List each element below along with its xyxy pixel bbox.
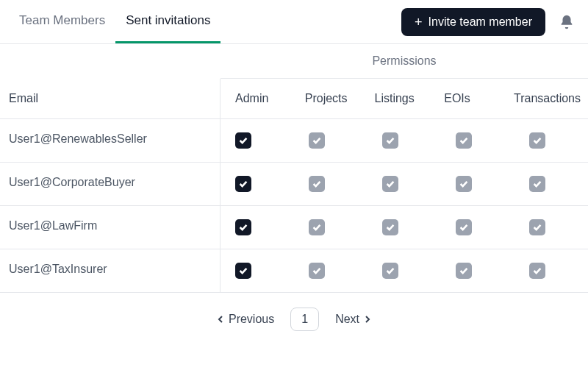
plus-icon: + <box>415 15 423 29</box>
tab-team-members-label: Team Members <box>19 13 105 28</box>
table-header: Email Admin Projects Listings EOIs Trans… <box>0 79 588 119</box>
checkbox-transactions[interactable] <box>529 132 545 149</box>
tab-sent-invitations-label: Sent invitations <box>126 13 210 28</box>
page-number[interactable]: 1 <box>290 308 319 331</box>
previous-label: Previous <box>229 313 274 326</box>
cell-email: User1@LawFirm <box>0 206 220 249</box>
checkbox-admin[interactable] <box>235 176 251 192</box>
tab-team-members[interactable]: Team Members <box>9 0 115 43</box>
permissions-section-label: Permissions <box>220 44 588 79</box>
checkbox-admin[interactable] <box>235 219 251 235</box>
pagination: Previous 1 Next <box>0 293 588 346</box>
column-email: Email <box>0 79 220 118</box>
cell-email: User1@RenewablesSeller <box>0 119 220 162</box>
invite-button-label: Invite team member <box>429 15 532 29</box>
column-admin: Admin <box>220 79 290 118</box>
invite-team-member-button[interactable]: + Invite team member <box>401 8 545 36</box>
checkbox-listings[interactable] <box>382 219 398 235</box>
chevron-left-icon <box>217 316 224 323</box>
checkbox-admin[interactable] <box>235 263 251 279</box>
checkbox-eois[interactable] <box>456 263 472 279</box>
next-button[interactable]: Next <box>335 313 371 326</box>
tabs-container: Team Members Sent invitations <box>9 0 220 43</box>
checkbox-eois[interactable] <box>456 132 472 149</box>
cell-email: User1@TaxInsurer <box>0 249 220 292</box>
bell-icon[interactable] <box>559 14 575 30</box>
tab-sent-invitations[interactable]: Sent invitations <box>115 0 220 43</box>
checkbox-listings[interactable] <box>382 263 398 279</box>
checkbox-admin[interactable] <box>235 132 251 149</box>
column-eois: EOIs <box>429 79 499 118</box>
checkbox-eois[interactable] <box>456 219 472 235</box>
table-row: User1@RenewablesSeller <box>0 119 588 163</box>
table-row: User1@CorporateBuyer <box>0 163 588 206</box>
checkbox-transactions[interactable] <box>529 219 545 235</box>
previous-button[interactable]: Previous <box>217 313 274 326</box>
checkbox-transactions[interactable] <box>529 263 545 279</box>
checkbox-projects[interactable] <box>309 219 325 235</box>
cell-email: User1@CorporateBuyer <box>0 163 220 205</box>
column-listings: Listings <box>360 79 430 118</box>
column-projects: Projects <box>290 79 360 118</box>
table-row: User1@LawFirm <box>0 206 588 249</box>
chevron-right-icon <box>364 316 371 323</box>
next-label: Next <box>335 313 359 326</box>
checkbox-projects[interactable] <box>309 263 325 279</box>
invitations-table: Email Admin Projects Listings EOIs Trans… <box>0 79 588 293</box>
checkbox-projects[interactable] <box>309 132 325 149</box>
column-transactions: Transactions <box>499 79 588 118</box>
checkbox-projects[interactable] <box>309 176 325 192</box>
checkbox-eois[interactable] <box>456 176 472 192</box>
checkbox-transactions[interactable] <box>529 176 545 192</box>
checkbox-listings[interactable] <box>382 176 398 192</box>
checkbox-listings[interactable] <box>382 132 398 149</box>
table-row: User1@TaxInsurer <box>0 249 588 293</box>
